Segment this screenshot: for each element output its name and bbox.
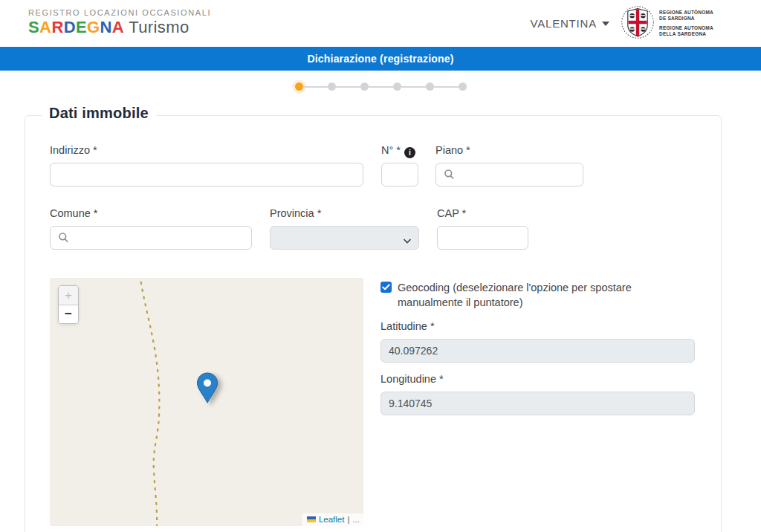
step-dot-3	[360, 82, 369, 91]
zoom-in-button[interactable]: +	[59, 286, 78, 305]
numero-label: N° *	[381, 144, 401, 156]
latitudine-label: Latitudine *	[380, 320, 695, 333]
nav-bar: Dichiarazione (registrazione)	[0, 47, 761, 71]
sardinia-crest-icon	[621, 4, 654, 43]
zoom-out-button[interactable]: −	[59, 305, 78, 323]
map-zoom-control: + −	[58, 285, 79, 324]
step-connector	[303, 86, 328, 88]
nav-title: Dichiarazione (registrazione)	[307, 53, 453, 65]
step-dot-4	[393, 82, 401, 91]
geocoding-label: Geocoding (deselezionare l'opzione per s…	[398, 280, 663, 310]
geocoding-checkbox-row[interactable]: Geocoding (deselezionare l'opzione per s…	[380, 280, 663, 310]
step-dot-1	[295, 82, 303, 91]
header: REGISTRO LOCAZIONI OCCASIONALI SARDEGNAT…	[0, 0, 761, 47]
numero-input[interactable]	[381, 163, 418, 186]
panel-title: Dati immobile	[42, 105, 156, 122]
region-text-line2: DE SARDIGNA	[659, 16, 695, 21]
piano-label: Piano *	[435, 144, 583, 157]
brand-suffix: Turismo	[129, 18, 189, 36]
region-text-line1: REGIONE AUTÒNOMA	[659, 10, 713, 15]
step-connector	[434, 86, 459, 88]
info-icon[interactable]: i	[404, 147, 415, 158]
caret-down-icon	[602, 22, 609, 26]
ukraine-flag-icon	[307, 515, 316, 524]
header-logo-link[interactable]: REGISTRO LOCAZIONI OCCASIONALI SARDEGNAT…	[28, 8, 211, 37]
indirizzo-input[interactable]	[50, 163, 363, 186]
logo-supertitle: REGISTRO LOCAZIONI OCCASIONALI	[28, 8, 211, 17]
indirizzo-label: Indirizzo *	[50, 144, 363, 157]
provincia-label: Provincia *	[270, 207, 419, 220]
map-attribution: Leaflet | ...	[302, 513, 363, 526]
chevron-down-icon	[403, 234, 412, 247]
attribution-divider: |	[347, 515, 349, 524]
leaflet-map[interactable]: + − Leaflet | ...	[50, 278, 363, 526]
piano-input[interactable]	[435, 163, 583, 186]
geocoding-checkbox[interactable]	[380, 282, 392, 293]
cap-input[interactable]	[437, 226, 528, 250]
attribution-truncated: ...	[352, 515, 360, 524]
dati-immobile-panel: Dati immobile Indirizzo * N° *i Piano *	[25, 115, 722, 532]
cap-label: CAP *	[437, 207, 528, 220]
page: REGISTRO LOCAZIONI OCCASIONALI SARDEGNAT…	[0, 0, 761, 532]
comune-input[interactable]	[50, 226, 252, 250]
provincia-select[interactable]	[270, 226, 419, 250]
longitudine-input[interactable]	[380, 392, 695, 415]
progress-stepper	[0, 82, 761, 91]
leaflet-link[interactable]: Leaflet	[319, 515, 345, 524]
latitudine-input[interactable]	[380, 339, 695, 363]
step-connector	[336, 86, 360, 88]
header-right: VALENTINA	[531, 0, 713, 47]
user-menu-dropdown[interactable]: VALENTINA	[531, 17, 609, 30]
comune-label: Comune *	[50, 207, 252, 220]
step-dot-2	[328, 82, 336, 91]
map-marker-pin-icon	[196, 372, 218, 406]
region-logo: REGIONE AUTÒNOMA DE SARDIGNA REGIONE AUT…	[621, 4, 713, 43]
step-dot-6	[459, 82, 467, 91]
brand-wordmark: SARDEGNA	[28, 18, 124, 36]
region-text-line3: REGIONE AUTONOMA	[659, 25, 713, 30]
step-connector	[369, 86, 393, 88]
step-connector	[401, 86, 426, 88]
longitudine-label: Longitudine *	[380, 373, 695, 386]
region-text-line4: DELLA SARDEGNA	[659, 31, 706, 36]
step-dot-5	[426, 82, 434, 91]
user-menu-label: VALENTINA	[531, 17, 597, 30]
